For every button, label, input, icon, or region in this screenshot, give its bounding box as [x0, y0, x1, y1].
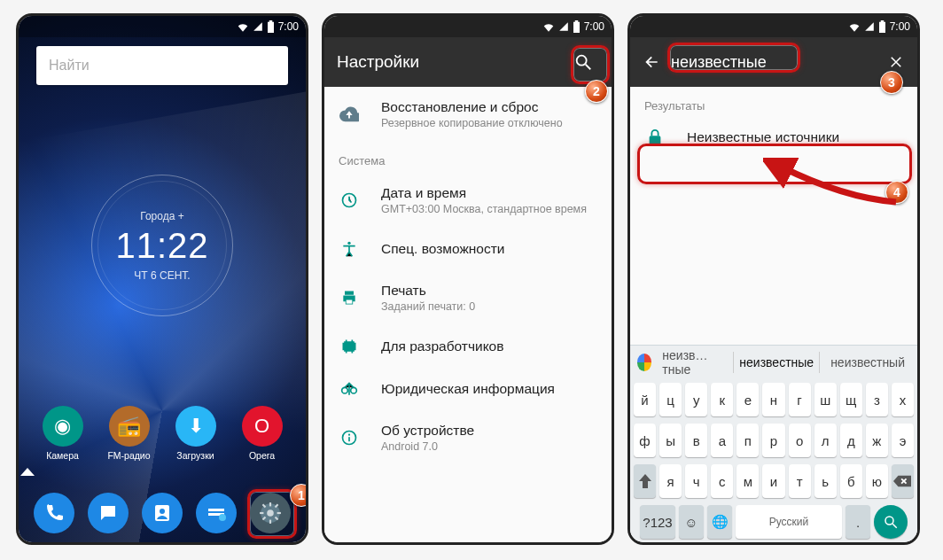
step1-badge: 1	[290, 484, 308, 507]
key-ы[interactable]: ы	[659, 424, 682, 457]
section-system: Система	[324, 142, 612, 173]
key-п[interactable]: п	[736, 424, 759, 457]
suggestion[interactable]: неизв…тные	[657, 345, 728, 380]
app-Opera[interactable]: OOpera	[236, 406, 289, 461]
settings-item[interactable]: Дата и времяGMT+03:00 Москва, стандартно…	[324, 173, 612, 228]
key-с[interactable]: с	[711, 464, 733, 498]
key-о[interactable]: о	[789, 424, 811, 457]
signal-icon	[558, 21, 569, 32]
item-sub: GMT+03:00 Москва, стандартное время	[381, 203, 597, 215]
key-х[interactable]: х	[892, 383, 914, 416]
suggestion[interactable]: неизвестные	[733, 352, 820, 373]
key-т[interactable]: т	[789, 464, 811, 498]
print-icon	[339, 289, 360, 307]
key-ю[interactable]: ю	[866, 464, 888, 498]
svg-point-22	[348, 434, 350, 436]
key-ц[interactable]: ц	[659, 383, 682, 416]
item-sub: Резервное копирование отключено	[381, 117, 597, 129]
cloud-icon	[339, 106, 360, 122]
settings-item[interactable]: Спец. возможности	[324, 228, 612, 270]
arrow-annotation	[763, 158, 905, 220]
key-г[interactable]: г	[789, 383, 811, 416]
key-р[interactable]: р	[762, 424, 784, 457]
svg-point-5	[267, 509, 274, 517]
dock-phone[interactable]	[27, 493, 81, 533]
item-title: Для разработчиков	[381, 338, 597, 354]
key-н[interactable]: н	[762, 383, 784, 416]
back-icon[interactable]	[639, 46, 664, 78]
status-bar: 7:00	[630, 16, 917, 37]
google-icon[interactable]	[637, 354, 651, 371]
dev-icon	[339, 338, 360, 355]
dock-contacts[interactable]	[136, 493, 189, 533]
settings-item-backup[interactable]: Восстановление и сбросРезервное копирова…	[324, 87, 612, 142]
key-л[interactable]: л	[814, 424, 837, 457]
app-Загрузки[interactable]: ⬇Загрузки	[169, 406, 222, 461]
home-search-bar[interactable]: Найти	[36, 46, 288, 85]
settings-icon	[250, 493, 291, 533]
phone-icon	[34, 493, 74, 533]
key-ж[interactable]: ж	[866, 424, 888, 457]
step3-badge: 3	[880, 71, 903, 94]
key-в[interactable]: в	[685, 424, 707, 457]
suggestion[interactable]: неизвестный	[825, 352, 910, 373]
key-д[interactable]: д	[840, 424, 862, 457]
key-я[interactable]: я	[659, 464, 682, 498]
item-sub: Android 7.0	[381, 440, 597, 453]
dock-messages[interactable]	[82, 493, 135, 533]
svg-point-25	[885, 517, 893, 525]
item-title: Дата и время	[381, 185, 597, 201]
key-э[interactable]: э	[892, 424, 914, 457]
key-й[interactable]: й	[634, 383, 656, 416]
wifi-icon	[237, 21, 249, 32]
dock	[19, 486, 306, 542]
svg-rect-9	[277, 512, 280, 514]
settings-item[interactable]: Об устройствеAndroid 7.0	[324, 410, 612, 465]
key-ь[interactable]: ь	[814, 464, 837, 498]
app-FM-радио[interactable]: 📻FM-радио	[103, 406, 156, 461]
clock-widget[interactable]: Города + 11:22 чт 6 сент.	[19, 85, 306, 406]
key-б[interactable]: б	[840, 464, 862, 498]
step3-highlight	[667, 43, 800, 73]
key-ч[interactable]: ч	[685, 464, 707, 498]
dock-files[interactable]	[190, 493, 243, 533]
wifi-icon	[848, 21, 861, 32]
item-title: Восстановление и сброс	[381, 99, 597, 115]
item-title: Печать	[381, 283, 597, 299]
key-щ[interactable]: щ	[840, 383, 862, 416]
svg-point-3	[219, 514, 226, 521]
key-shift[interactable]	[634, 464, 656, 498]
settings-item[interactable]: ПечатьЗаданий печати: 0	[324, 270, 612, 325]
key-numbers[interactable]: ?123	[640, 505, 675, 539]
signal-icon	[864, 21, 875, 32]
svg-line-26	[892, 524, 897, 528]
key-м[interactable]: м	[736, 464, 759, 498]
access-icon	[339, 240, 360, 258]
results-label: Результаты	[630, 87, 917, 116]
key-е[interactable]: е	[736, 383, 759, 416]
key-ф[interactable]: ф	[634, 424, 656, 457]
key-з[interactable]: з	[866, 383, 888, 416]
clock-city: Города +	[140, 210, 183, 222]
clock-time: 11:22	[115, 226, 208, 266]
settings-item[interactable]: Юридическая информация	[324, 368, 612, 410]
svg-rect-6	[269, 502, 270, 506]
key-у[interactable]: у	[685, 383, 707, 416]
app-Камера[interactable]: ◉Камера	[36, 406, 90, 461]
key-ш[interactable]: ш	[814, 383, 837, 416]
svg-point-20	[351, 387, 357, 393]
app-drawer-handle[interactable]	[19, 464, 306, 486]
settings-appbar: Настройки	[324, 37, 612, 87]
settings-item[interactable]: Для разработчиков	[324, 325, 612, 368]
key-а[interactable]: а	[711, 424, 733, 457]
key-dot[interactable]: .	[846, 505, 870, 539]
key-emoji[interactable]: ☺	[679, 505, 704, 539]
key-и[interactable]: и	[762, 464, 784, 498]
dock-settings[interactable]	[244, 493, 297, 533]
settings-list[interactable]: Восстановление и сбросРезервное копирова…	[324, 87, 612, 542]
key-backspace[interactable]	[892, 464, 914, 498]
key-lang[interactable]: 🌐	[707, 505, 732, 539]
key-space[interactable]: Русский	[736, 505, 842, 539]
key-search[interactable]	[874, 505, 908, 539]
key-к[interactable]: к	[711, 383, 733, 416]
